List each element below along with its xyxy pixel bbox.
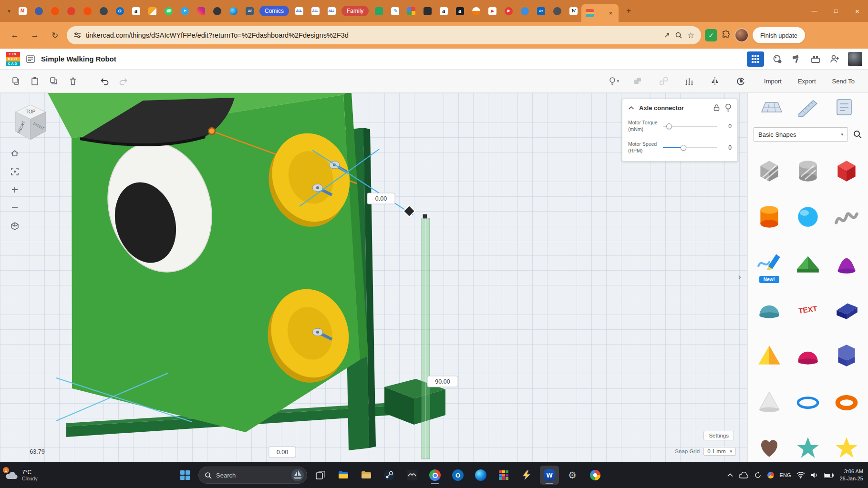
motor-speed-knob[interactable] — [681, 145, 686, 151]
tab-edge[interactable] — [225, 0, 241, 22]
edge-icon[interactable] — [471, 466, 490, 485]
tab-tinkercad-active[interactable]: × — [581, 4, 619, 22]
shape-star[interactable] — [788, 425, 827, 462]
tab-sheets[interactable] — [371, 0, 387, 22]
lock-icon[interactable] — [734, 74, 748, 88]
design-menu-icon[interactable] — [26, 54, 35, 64]
tab-aliexpress-2[interactable]: ALL — [307, 0, 323, 22]
tinkercad-logo[interactable]: TIN KER CAD — [6, 52, 20, 66]
shape-hole-box[interactable] — [750, 147, 788, 193]
start-button[interactable] — [176, 466, 195, 485]
tab-dark-site[interactable] — [95, 0, 112, 22]
send-to-button[interactable]: Send To — [827, 75, 859, 88]
language-indicator[interactable]: ENG — [780, 472, 791, 478]
word-icon[interactable]: W — [540, 466, 559, 485]
search-highlight-ship-icon[interactable] — [291, 468, 304, 482]
bricks-icon[interactable] — [810, 53, 821, 65]
undo-icon[interactable] — [97, 74, 112, 88]
battery-icon[interactable] — [824, 473, 834, 478]
tab-profile-site[interactable] — [517, 0, 533, 22]
extensions-puzzle-icon[interactable] — [721, 30, 731, 40]
tinker-tools-icon[interactable] — [791, 53, 802, 65]
rotation-handle[interactable] — [208, 128, 215, 134]
sync-icon[interactable] — [754, 471, 762, 479]
tab-dark-site-2[interactable] — [209, 0, 225, 22]
column-top-handle[interactable] — [423, 214, 427, 219]
flash-icon[interactable] — [517, 466, 536, 485]
tab-aliexpress[interactable]: ALL — [291, 0, 307, 22]
tab-reddit-2[interactable] — [79, 0, 95, 22]
account-avatar[interactable] — [848, 52, 862, 66]
finish-update-button[interactable]: Finish update — [753, 27, 805, 43]
folder-icon[interactable] — [357, 466, 376, 485]
volume-icon[interactable] — [811, 472, 818, 478]
tab-search-icon[interactable]: ▾ — [4, 8, 14, 14]
game-launcher-icon[interactable] — [403, 466, 422, 485]
move-handle-diamond[interactable] — [403, 205, 415, 217]
axle-connector-column[interactable] — [422, 214, 430, 459]
shape-roof[interactable] — [788, 240, 827, 286]
shape-dome[interactable] — [788, 332, 827, 378]
hide-shape-bulb-icon[interactable] — [725, 103, 732, 112]
zoom-in-button[interactable] — [8, 183, 22, 197]
group-icon[interactable] — [630, 74, 645, 88]
tab-pixel-site[interactable] — [403, 0, 419, 22]
reload-button[interactable]: ↻ — [47, 27, 63, 43]
shape-sphere[interactable] — [788, 193, 827, 240]
mirror-icon[interactable] — [708, 74, 722, 88]
view-cube[interactable]: TOP FRONT RIGHT — [10, 101, 51, 142]
paste-icon[interactable] — [28, 74, 42, 88]
collaborate-invite-icon[interactable] — [829, 53, 840, 65]
fit-view-button[interactable] — [8, 164, 22, 179]
shape-wedge[interactable] — [827, 286, 866, 332]
retro-grid-icon[interactable] — [494, 466, 513, 485]
tab-dark-site-3[interactable] — [419, 0, 435, 22]
bulb-caret-icon[interactable]: ▾ — [617, 79, 620, 83]
home-view-button[interactable] — [8, 146, 22, 161]
shape-scribble[interactable] — [827, 193, 866, 240]
motor-speed-value[interactable]: 0 — [721, 144, 732, 151]
file-explorer-icon[interactable] — [334, 466, 353, 485]
viewport-settings-button[interactable]: Settings — [703, 431, 734, 440]
taskbar-clock[interactable]: 3:06 AM 26-Jan-25 — [839, 468, 863, 482]
shape-search-icon[interactable] — [853, 130, 862, 139]
zoom-out-button[interactable] — [8, 201, 22, 215]
motor-torque-value[interactable]: 0 — [721, 123, 732, 130]
shape-cylinder[interactable] — [750, 193, 788, 240]
ungroup-icon[interactable] — [656, 74, 671, 88]
tab-amazon[interactable]: a — [128, 0, 144, 22]
shape-half-sphere[interactable] — [750, 286, 788, 332]
tab-amazon-2[interactable]: a — [435, 0, 452, 22]
tab-instagram[interactable] — [193, 0, 209, 22]
dimension-column-height[interactable]: 90.00 — [427, 376, 458, 387]
tab-mail-orange[interactable] — [468, 0, 484, 22]
window-close-button[interactable]: × — [847, 0, 868, 22]
forward-button[interactable]: → — [27, 27, 43, 43]
show-all-bulb-icon[interactable]: ▾ — [608, 74, 620, 88]
new-tab-button[interactable]: + — [621, 4, 636, 18]
redo-icon[interactable] — [116, 74, 131, 88]
shape-star-yellow[interactable] — [827, 425, 866, 462]
settings-gear-icon[interactable]: ⚙ — [563, 466, 582, 485]
duplicate-icon[interactable] — [47, 74, 61, 88]
dimension-axle-offset[interactable]: 0.00 — [367, 193, 395, 204]
tab-wikipedia[interactable]: W — [565, 0, 581, 22]
taskbar-search[interactable]: Search — [198, 467, 307, 484]
omnibox[interactable]: tinkercad.com/things/dSAIcWYfFPe/edit?re… — [67, 26, 701, 44]
steam-icon[interactable] — [380, 466, 399, 485]
tab-youtube-2[interactable]: ▶ — [500, 0, 517, 22]
tab-linkedin[interactable]: in — [533, 0, 549, 22]
shape-text[interactable]: TEXT — [788, 286, 827, 332]
design-title[interactable]: Simple Walking Robot — [41, 55, 116, 63]
open-in-window-icon[interactable]: ↗ — [664, 31, 670, 40]
align-icon[interactable] — [682, 74, 696, 88]
ruler-tool-icon[interactable] — [797, 98, 819, 119]
shape-torus[interactable] — [827, 378, 866, 425]
view-grid-button[interactable] — [747, 51, 764, 67]
window-maximize-button[interactable]: □ — [825, 0, 847, 22]
chrome-icon[interactable] — [425, 466, 444, 485]
motor-speed-slider[interactable] — [663, 144, 717, 151]
tab-outlook[interactable]: O — [112, 0, 128, 22]
tab-storefront[interactable] — [144, 0, 160, 22]
shape-paraboloid[interactable] — [827, 240, 866, 286]
